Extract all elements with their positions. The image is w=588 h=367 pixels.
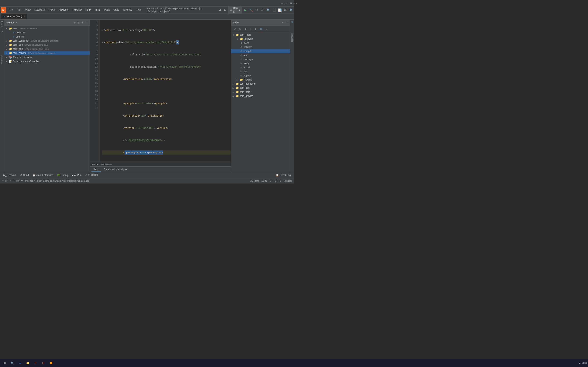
dao-icon: 📁 bbox=[9, 43, 12, 46]
status-chars[interactable]: 26 chars bbox=[250, 180, 259, 182]
status-lf[interactable]: LF bbox=[269, 180, 272, 182]
text-tab[interactable]: Text bbox=[91, 167, 101, 172]
maven-phase-install[interactable]: ⚙ install bbox=[231, 66, 290, 69]
status-indent[interactable]: 4 spaces bbox=[283, 180, 292, 182]
refresh-button[interactable]: ↺ bbox=[254, 8, 259, 12]
build-btn[interactable]: ⚙ Build bbox=[18, 173, 30, 177]
maven-strip-icon[interactable]: m bbox=[291, 21, 293, 23]
coverage-button[interactable]: 📊 bbox=[277, 8, 282, 12]
forward-button[interactable]: ▶ bbox=[223, 8, 227, 12]
tree-item-pojo[interactable]: ▶ 📁 ssm_pojo D:\workspace\ssm_pojo bbox=[4, 47, 90, 51]
menu-navigate[interactable]: Navigate bbox=[33, 8, 46, 12]
maven-download-icon[interactable]: ⬇ bbox=[243, 26, 248, 31]
maven-phase-clean[interactable]: ⚙ clean bbox=[231, 41, 290, 45]
tree-item-dao[interactable]: ▶ 📁 ssm_dao D:\workspace\ssm_dao bbox=[4, 43, 90, 47]
database-strip-btn[interactable]: Database bbox=[291, 33, 293, 42]
iml-label: ssm.iml bbox=[16, 35, 24, 38]
terminal-btn[interactable]: ▶_ Terminal bbox=[2, 173, 18, 177]
dependency-analyzer-tab[interactable]: Dependency Analyzer bbox=[101, 167, 130, 172]
menu-view[interactable]: View bbox=[23, 8, 32, 12]
maven-minimize-icon[interactable]: — bbox=[286, 21, 288, 24]
phase-deploy-label: deploy bbox=[243, 74, 251, 77]
new-project-button[interactable]: ★ 新项目 ▾ bbox=[228, 6, 242, 14]
phase-clean-icon: ⚙ bbox=[240, 42, 243, 44]
menu-run[interactable]: Run bbox=[93, 8, 102, 12]
structure-button[interactable]: Structure bbox=[1, 55, 3, 65]
collapse-icon[interactable]: ⊟ bbox=[77, 21, 80, 24]
tree-item-ssm[interactable]: ▼ 📁 ssm D:\workspace\ssm bbox=[4, 26, 90, 31]
maven-phase-package[interactable]: ⚙ package bbox=[231, 57, 290, 61]
minimize-panel-icon[interactable]: — bbox=[85, 21, 88, 24]
tree-item-pom[interactable]: ▶ m pom.xml bbox=[4, 31, 90, 35]
maximize-button[interactable]: □ bbox=[285, 2, 288, 5]
maven-plugins[interactable]: ▶ 📁 Plugins bbox=[231, 78, 290, 82]
maven-phase-verify[interactable]: ⚙ verify bbox=[231, 61, 290, 66]
maven-phase-compile[interactable]: ⚙ compile bbox=[231, 49, 290, 53]
phase-verify-label: verify bbox=[243, 62, 250, 65]
settings-icon[interactable]: ⚙ bbox=[81, 21, 84, 24]
maven-ssm-controller[interactable]: ▶ 📁 ssm_controller bbox=[231, 82, 290, 86]
maven-ssm-dao[interactable]: ▶ 📁 ssm_dao bbox=[231, 86, 290, 90]
project-dropdown-icon[interactable]: ▾ bbox=[16, 21, 17, 24]
menu-edit[interactable]: Edit bbox=[15, 8, 23, 12]
learn-button[interactable]: Learn bbox=[1, 21, 3, 27]
tab-close-icon[interactable]: ✕ bbox=[23, 15, 25, 17]
tree-item-external[interactable]: ▶ 📚 External Libraries bbox=[4, 55, 90, 59]
maven-lifecycle[interactable]: ▼ 📁 Lifecycle bbox=[231, 37, 290, 41]
maven-panel-title: Maven bbox=[233, 21, 240, 24]
menu-analyze[interactable]: Analyze bbox=[57, 8, 70, 12]
maven-phase-validate[interactable]: ⚙ validate bbox=[231, 45, 290, 49]
tree-item-ssmiml[interactable]: ▶ m ssm.iml bbox=[4, 35, 90, 39]
maven-ssm-pojo[interactable]: ▶ 📁 ssm_pojo bbox=[231, 90, 290, 94]
tree-item-controller[interactable]: ▶ 📁 ssm_controller D:\workspace\ssm_cont… bbox=[4, 39, 90, 43]
search-button[interactable]: 🔍 bbox=[266, 8, 271, 12]
maven-refresh-icon[interactable]: ↺ bbox=[233, 26, 237, 31]
menu-build[interactable]: Build bbox=[84, 8, 93, 12]
menu-help[interactable]: Help bbox=[134, 8, 143, 12]
maven-phase-deploy[interactable]: ⚙ deploy bbox=[231, 74, 290, 78]
controller-icon: 📁 bbox=[9, 39, 12, 42]
menu-refactor[interactable]: Refactor bbox=[70, 8, 83, 12]
maven-locate-icon[interactable]: ⊕ bbox=[238, 26, 242, 31]
todo-btn[interactable]: ✓ 6: TODO bbox=[84, 173, 99, 177]
phase-package-icon: ⚙ bbox=[240, 58, 243, 61]
maven-m-icon[interactable]: m bbox=[259, 26, 264, 31]
menu-vcs[interactable]: VCS bbox=[112, 8, 121, 12]
menu-tools[interactable]: Tools bbox=[102, 8, 111, 12]
step-button[interactable]: ⟳ bbox=[260, 8, 265, 12]
phase-site-icon: ⚙ bbox=[240, 70, 243, 73]
maven-more-icon[interactable]: » bbox=[264, 26, 269, 31]
maven-run-icon[interactable]: ▶ bbox=[254, 26, 258, 31]
maven-ssm-service[interactable]: ▶ 📁 ssm_service bbox=[231, 94, 290, 98]
maven-phase-site[interactable]: ⚙ site bbox=[231, 69, 290, 74]
tree-item-service[interactable]: ▼ 📁 ssm_service D:\workspace\ssm_service bbox=[4, 51, 90, 55]
pom-tab[interactable]: m pom.xml (ssm) ✕ bbox=[1, 14, 27, 19]
todo-label: 6: TODO bbox=[88, 174, 98, 176]
java-enterprise-btn[interactable]: ☕ Java Enterprise bbox=[31, 173, 55, 177]
maven-root[interactable]: ▼ 📁 ssm (root) bbox=[231, 33, 290, 37]
maven-phase-test[interactable]: ⚙ test bbox=[231, 53, 290, 57]
run-button[interactable]: ▶ bbox=[243, 8, 248, 12]
project-panel: Project ▾ ⊕ ⊟ ⚙ — ▼ 📁 ssm D:\workspace\s… bbox=[4, 20, 90, 172]
tree-item-scratches[interactable]: ▶ 📝 Scratches and Consoles bbox=[4, 59, 90, 63]
code-editor[interactable]: <?xml version="1.0" encoding="UTF-8"?> ▼… bbox=[100, 20, 231, 161]
editor-content[interactable]: 1 2 3 4 5 6 7 8 9 10 11 12 13 14 15 16 1… bbox=[90, 20, 231, 161]
maven-add-icon[interactable]: + bbox=[249, 26, 253, 31]
menu-code[interactable]: Code bbox=[47, 8, 57, 12]
spring-btn[interactable]: 🌿 Spring bbox=[55, 173, 70, 177]
event-log-btn[interactable]: 📋 Event Log bbox=[274, 173, 292, 177]
stop-button[interactable]: ⬛ bbox=[272, 8, 277, 12]
maven-settings-icon[interactable]: ⚙ bbox=[282, 21, 285, 24]
menu-window[interactable]: Window bbox=[121, 8, 134, 12]
locate-icon[interactable]: ⊕ bbox=[73, 21, 76, 24]
status-position[interactable]: 11:31 bbox=[261, 180, 267, 182]
minimize-button[interactable]: — bbox=[281, 2, 283, 5]
run-btn[interactable]: ▶ 4: Run bbox=[70, 173, 83, 177]
build-button[interactable]: 🔨 bbox=[249, 8, 254, 12]
status-encoding[interactable]: UTF-8 bbox=[275, 180, 281, 182]
profiler-button[interactable]: ⊞ bbox=[283, 8, 288, 12]
search-everywhere[interactable]: 🔍 bbox=[289, 8, 293, 12]
menu-file[interactable]: File bbox=[7, 8, 15, 12]
favorites-button[interactable]: ★ bbox=[0, 29, 4, 33]
back-button[interactable]: ◀ bbox=[218, 8, 222, 12]
